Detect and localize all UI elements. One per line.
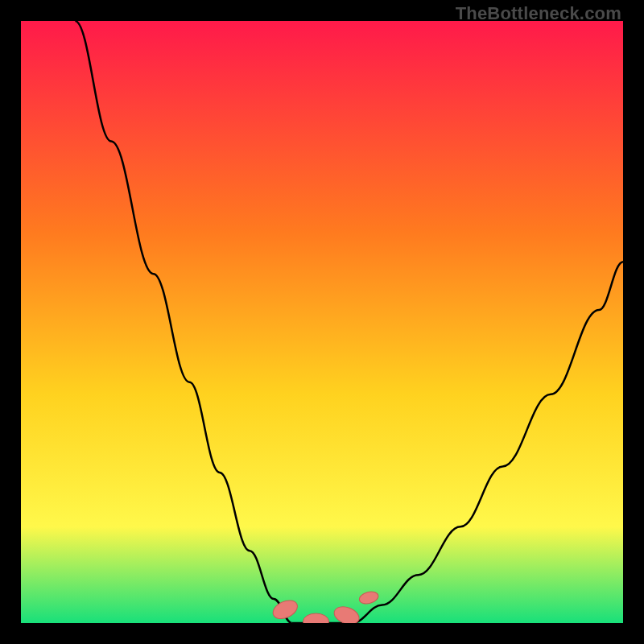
watermark-text: TheBottleneck.com bbox=[456, 3, 621, 24]
chart-frame: TheBottleneck.com bbox=[0, 0, 644, 644]
chart-svg bbox=[21, 21, 623, 623]
plot-area bbox=[21, 21, 623, 623]
gradient-background bbox=[21, 21, 623, 623]
